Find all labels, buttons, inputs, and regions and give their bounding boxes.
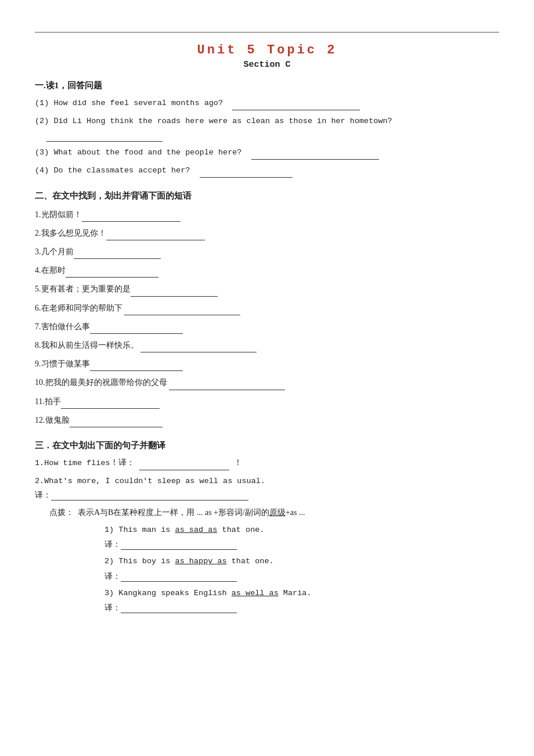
zh-item-12: 12.做鬼脸 [35, 413, 499, 427]
zh-item-4: 4.在那时 [35, 263, 499, 278]
q2-answer-line-wrapper [46, 130, 163, 139]
sub2-translate: 译： [104, 571, 499, 582]
question-4: (4) Do the classmates accept her? [35, 164, 499, 178]
top-divider [35, 32, 499, 33]
sub3-line [121, 605, 237, 613]
zh-item-3-line [74, 251, 161, 259]
zh-item-10-line [169, 382, 285, 390]
zh-item-9-line [90, 363, 183, 371]
zh-item-2: 2.我多么想见见你！ [35, 226, 499, 240]
sub1-translate: 译： [104, 539, 499, 550]
q4-number: (4) Do the classmates accept her? [35, 166, 194, 175]
zh-item-8: 8.我和从前生活得一样快乐。 [35, 338, 499, 352]
q3-number: (3) What about the food and the people h… [35, 148, 247, 157]
zh-item-4-line [66, 269, 158, 278]
zh-item-5: 5.更有甚者；更为重要的是 [35, 282, 499, 296]
sub2-line [121, 574, 237, 582]
tiptip-text: 点拨： 表示A与B在某种程度上一样，用 ... as +形容词/副词的原级+as… [45, 505, 499, 520]
sub-item-2: 2) This boy is as happy as that one. [104, 555, 499, 568]
tiptip-keyword: 原级 [269, 508, 286, 517]
q1-number: (1) How did she feel several months ago? [35, 99, 228, 107]
zh-item-1-line [82, 214, 181, 222]
zh-item-1: 1.光阴似箭！ [35, 207, 499, 222]
zh-item-8-line [140, 344, 257, 352]
part3-q2-translate: 译： [35, 490, 499, 501]
q2-text: (2) Did Li Hong think the roads here wer… [35, 117, 392, 125]
part3-heading: 三．在文中划出下面的句子并翻译 [35, 440, 499, 451]
question-3: (3) What about the food and the people h… [35, 146, 499, 160]
sub3-underline: as well as [232, 589, 279, 597]
zh-item-6: 6.在老师和同学的帮助下 [35, 301, 499, 315]
part3-q1-text: 1.How time flies！译： [35, 459, 135, 467]
part3-q2: 2.What's more, I couldn't sleep as well … [35, 475, 499, 488]
main-title: Unit 5 Topic 2 [35, 43, 499, 57]
part3-q2-text: 2.What's more, I couldn't sleep as well … [35, 477, 265, 485]
q2-answer-line [46, 134, 163, 142]
part1-heading: 一.读1，回答问题 [35, 80, 499, 91]
section-subtitle: Section C [35, 60, 499, 70]
question-2: (2) Did Li Hong think the roads here wer… [35, 115, 499, 142]
zh-item-6-line [124, 307, 240, 315]
part3-q1: 1.How time flies！译： ！ [35, 457, 499, 470]
zh-item-7: 7.害怕做什么事 [35, 319, 499, 334]
sub2-underline: as happy as [175, 557, 227, 566]
zh-item-2-line [106, 232, 205, 240]
part2-heading: 二、在文中找到，划出并背诵下面的短语 [35, 190, 499, 201]
sub1-line [121, 542, 237, 550]
zh-item-7-line [90, 326, 183, 334]
sub-item-3: 3) Kangkang speaks English as well as Ma… [104, 586, 499, 600]
part3-q1-end: ！ [234, 459, 242, 467]
q3-answer-line [251, 152, 379, 160]
zh-item-10: 10.把我的最美好的祝愿带给你的父母 [35, 375, 499, 390]
q1-answer-line [232, 102, 360, 110]
part3-q1-line [139, 462, 229, 470]
sub-item-1: 1) This man is as sad as that one. [104, 523, 499, 537]
sub1-underline: as sad as [175, 525, 218, 534]
zh-item-11: 11.拍手 [35, 394, 499, 409]
zh-item-12-line [70, 419, 163, 427]
question-1: (1) How did she feel several months ago? [35, 97, 499, 110]
zh-item-11-line [61, 401, 160, 409]
zh-item-9: 9.习惯于做某事 [35, 357, 499, 371]
part3-q2-line [51, 492, 248, 501]
q4-answer-line [200, 170, 293, 178]
sub3-translate: 译： [104, 603, 499, 613]
zh-item-5-line [131, 289, 218, 297]
zh-item-3: 3.几个月前 [35, 244, 499, 259]
